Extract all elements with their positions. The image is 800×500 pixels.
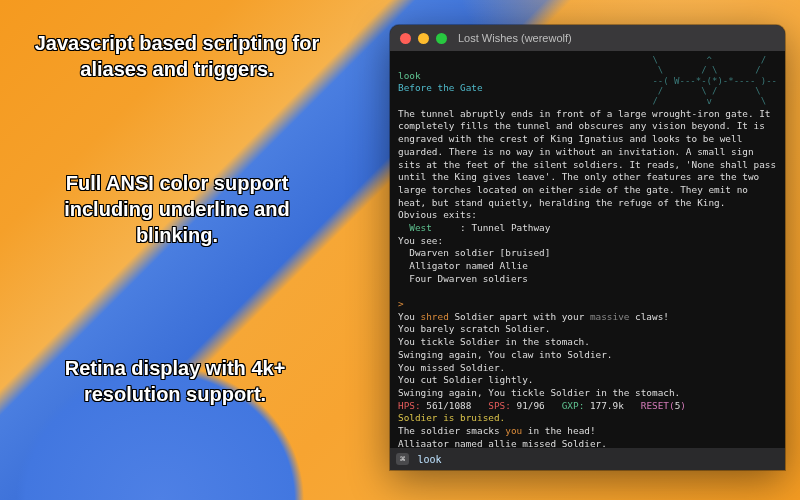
status-bruised: Soldier is bruised.: [398, 412, 505, 423]
combat-line: Alliaator named allie missed Soldier.: [398, 438, 607, 448]
exits-label: Obvious exits:: [398, 209, 477, 220]
see-item: Four Dwarven soldiers: [398, 273, 528, 284]
close-icon[interactable]: [400, 33, 411, 44]
combat-line: You shred Soldier apart with your massiv…: [398, 311, 669, 322]
room-title: Before the Gate: [398, 82, 483, 93]
room-description: The tunnel abruptly ends in front of a l…: [398, 108, 782, 208]
combat-line: Swinging again, You claw into Soldier.: [398, 349, 612, 360]
exit-sep: :: [432, 222, 472, 233]
titlebar[interactable]: Lost Wishes (werewolf): [390, 25, 785, 51]
terminal-output: look Before the Gate The tunnel abruptly…: [390, 51, 785, 448]
command-input[interactable]: [415, 453, 779, 466]
promo-line-3: Retina display with 4k+ resolution suppo…: [40, 355, 310, 407]
minimize-icon[interactable]: [418, 33, 429, 44]
command-key-icon: ⌘: [396, 453, 409, 465]
input-bar[interactable]: ⌘: [390, 448, 785, 470]
see-item: Dwarven soldier [bruised]: [398, 247, 550, 258]
prompt: >: [398, 298, 404, 309]
combat-line: You barely scratch Soldier.: [398, 323, 550, 334]
combat-line: You missed Soldier.: [398, 362, 505, 373]
you-see-label: You see:: [398, 235, 443, 246]
combat-line: You cut Soldier lightly.: [398, 374, 533, 385]
exit-direction: West: [398, 222, 432, 233]
combat-line: The soldier smacks you in the head!: [398, 425, 596, 436]
echoed-command: look: [398, 70, 421, 81]
promo-line-2: Full ANSI color support including underl…: [32, 170, 322, 248]
combat-line: You tickle Soldier in the stomach.: [398, 336, 590, 347]
exit-destination: Tunnel Pathway: [471, 222, 550, 233]
combat-line: Swinging again, You tickle Soldier in th…: [398, 387, 680, 398]
see-item: Alligator named Allie: [398, 260, 528, 271]
status-line: HPS: 561/1088 SPS: 91/96 GXP: 177.9k RES…: [398, 400, 686, 411]
compass-ascii: \ ^ / \ / \ / --( W---*-(*)-*---- )-- / …: [652, 55, 777, 107]
promo-line-1: Javascript based scripting for aliases a…: [32, 30, 322, 82]
window-title: Lost Wishes (werewolf): [458, 32, 572, 44]
zoom-icon[interactable]: [436, 33, 447, 44]
terminal-window: Lost Wishes (werewolf) look Before the G…: [390, 25, 785, 470]
